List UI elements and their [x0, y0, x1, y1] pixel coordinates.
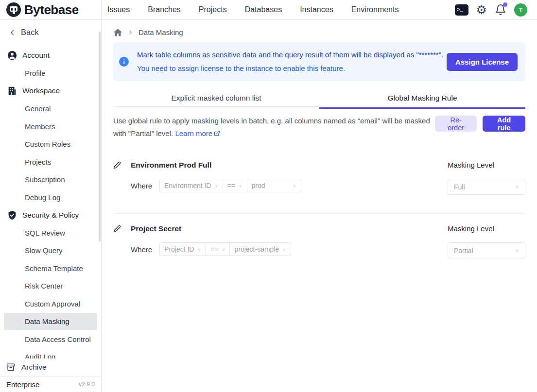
sidebar-item-data-masking[interactable]: Data Masking: [4, 313, 97, 331]
masking-level-label: Masking Level: [448, 223, 525, 235]
condition-value-select[interactable]: prod∨: [247, 179, 301, 192]
building-icon: [7, 85, 17, 96]
sidebar-item-custom-approval[interactable]: Custom Approval: [4, 295, 97, 313]
sidebar-scrollbar[interactable]: [99, 32, 101, 241]
edit-pencil-icon[interactable]: [113, 225, 121, 233]
info-icon: i: [119, 57, 129, 67]
intro-description: Use global rule to apply masking levels …: [113, 117, 430, 137]
license-banner: i Mark table columns as sensitive data a…: [113, 42, 525, 81]
masking-level-select[interactable]: Full∨: [448, 179, 525, 195]
chevron-down-icon: ∨: [282, 247, 286, 252]
sidebar-item-data-access-control[interactable]: Data Access Control: [4, 330, 97, 348]
rule-condition: Where Environment ID∨ ==∨ prod∨: [113, 179, 448, 192]
nav-branches[interactable]: Branches: [148, 5, 181, 14]
banner-line1: Mark table columns as sensitive data and…: [137, 48, 443, 62]
back-label: Back: [21, 28, 39, 37]
condition-field-select[interactable]: Environment ID∨: [159, 179, 223, 192]
section-account: Account: [0, 47, 101, 65]
rule-title: Project Secret: [131, 224, 181, 233]
breadcrumb: Data Masking: [113, 26, 525, 38]
sidebar-item-schema-template[interactable]: Schema Template: [4, 259, 97, 277]
app-version: v2.9.0: [79, 381, 95, 388]
sidebar-item-custom-roles[interactable]: Custom Roles: [4, 136, 97, 153]
avatar[interactable]: T: [514, 3, 527, 17]
chevron-down-icon: ∨: [293, 183, 296, 188]
sql-editor-terminal-icon[interactable]: >_: [455, 4, 468, 16]
sidebar-item-general[interactable]: General: [4, 100, 97, 118]
section-security-policy-label: Security & Policy: [22, 211, 79, 220]
sidebar-item-projects[interactable]: Projects: [4, 153, 97, 171]
notification-dot: [503, 2, 507, 7]
masking-rule-card: Environment Prod Full Where Environment …: [113, 159, 525, 195]
chevron-down-icon: ∨: [515, 247, 519, 254]
top-header: Bytebase Issues Branches Projects Databa…: [0, 0, 537, 20]
header-actions: >_ ⚙ T: [455, 3, 537, 17]
rule-left: Environment Prod Full Where Environment …: [113, 159, 448, 195]
rule-right: Masking Level Full∨: [448, 159, 525, 195]
sidebar-item-sql-review[interactable]: SQL Review: [4, 224, 97, 242]
bytebase-logo-icon: [6, 2, 21, 17]
section-account-label: Account: [22, 51, 50, 60]
brand-logo[interactable]: Bytebase: [0, 0, 102, 20]
section-security-policy: Security & Policy: [0, 206, 101, 224]
nav-environments[interactable]: Environments: [351, 5, 399, 14]
breadcrumb-current: Data Masking: [139, 28, 183, 36]
add-rule-button[interactable]: Add rule: [483, 116, 525, 132]
assign-license-button[interactable]: Assign License: [447, 53, 518, 71]
condition-operator-select[interactable]: ==∨: [206, 242, 230, 256]
chevron-down-icon: ∨: [515, 184, 519, 190]
gear-icon[interactable]: ⚙: [476, 4, 487, 16]
back-button[interactable]: Back: [0, 20, 101, 47]
sidebar-item-members[interactable]: Members: [4, 118, 97, 136]
rule-left: Project Secret Where Project ID∨ ==∨ pro…: [113, 223, 448, 258]
chevron-down-icon: ∨: [214, 183, 218, 188]
learn-more-link[interactable]: Learn more: [175, 129, 212, 137]
sidebar-item-risk-center[interactable]: Risk Center: [4, 277, 97, 295]
archive-button[interactable]: Archive: [0, 358, 101, 376]
plan-name: Enterprise: [6, 380, 39, 389]
nav-projects[interactable]: Projects: [199, 5, 227, 14]
nav-instances[interactable]: Instances: [300, 5, 333, 14]
edit-pencil-icon[interactable]: [113, 161, 121, 169]
external-link-icon: [214, 130, 220, 136]
chevron-down-icon: ∨: [239, 183, 242, 188]
plan-footer: Enterprise v2.9.0: [0, 376, 101, 392]
chevron-down-icon: ∨: [222, 247, 225, 252]
sidebar-item-debug-log[interactable]: Debug Log: [4, 188, 97, 206]
chevron-left-icon: [8, 28, 17, 37]
sidebar-item-profile[interactable]: Profile: [4, 65, 97, 83]
rule-condition: Where Project ID∨ ==∨ project-sample∨: [113, 242, 448, 256]
condition-value-select[interactable]: project-sample∨: [230, 242, 291, 256]
settings-sidebar: Back Account Profile Workspace General M…: [0, 20, 102, 392]
banner-text: Mark table columns as sensitive data and…: [137, 48, 443, 75]
rule-divider: [113, 213, 525, 214]
bytebase-app: Bytebase Issues Branches Projects Databa…: [0, 0, 537, 392]
banner-line2: You need to assign license to the instan…: [137, 62, 443, 75]
notifications-bell[interactable]: [495, 4, 506, 16]
home-icon[interactable]: [113, 28, 122, 37]
nav-databases[interactable]: Databases: [245, 5, 282, 14]
condition-operator-select[interactable]: ==∨: [223, 179, 247, 192]
reorder-button[interactable]: Re-order: [435, 116, 477, 132]
brand-name: Bytebase: [24, 2, 79, 17]
archive-label: Archive: [21, 363, 47, 372]
main-nav: Issues Branches Projects Databases Insta…: [107, 5, 398, 14]
sidebar-item-slow-query[interactable]: Slow Query: [4, 242, 97, 260]
chevron-down-icon: ∨: [197, 247, 201, 252]
masking-tabs: Explicit masked column list Global Maski…: [113, 89, 525, 109]
tab-global-masking-rule[interactable]: Global Masking Rule: [319, 89, 525, 109]
condition-field-select[interactable]: Project ID∨: [159, 242, 206, 256]
rules-intro: Use global rule to apply masking levels …: [113, 115, 525, 140]
rule-title: Environment Prod Full: [131, 161, 211, 170]
masking-level-label: Masking Level: [448, 159, 525, 171]
user-icon: [7, 50, 17, 61]
tab-explicit-masked-column-list[interactable]: Explicit masked column list: [113, 89, 319, 109]
sidebar-item-subscription[interactable]: Subscription: [4, 171, 97, 189]
rules-actions: Re-order Add rule: [435, 115, 525, 140]
nav-issues[interactable]: Issues: [107, 5, 130, 14]
intro-text: Use global rule to apply masking levels …: [113, 115, 435, 140]
sidebar-bottom: Archive Enterprise v2.9.0: [0, 358, 101, 392]
section-workspace-label: Workspace: [22, 86, 60, 95]
archive-icon: [6, 362, 16, 372]
masking-level-select[interactable]: Partial∨: [448, 242, 525, 258]
